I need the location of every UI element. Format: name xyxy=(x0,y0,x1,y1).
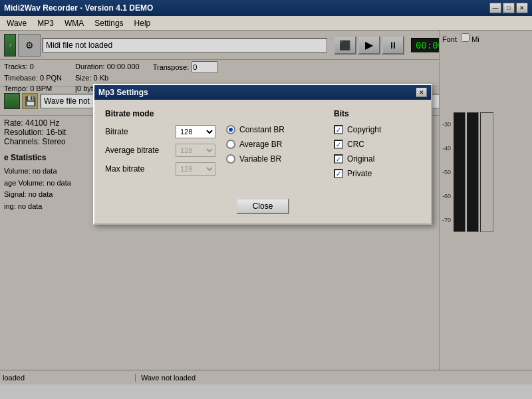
bitrate-label: Bitrate xyxy=(105,127,172,136)
menu-settings[interactable]: Settings xyxy=(89,17,128,29)
minimize-button[interactable]: — xyxy=(489,3,501,13)
radio-constant-input[interactable] xyxy=(226,125,235,134)
checkbox-crc: ✓ CRC xyxy=(334,140,420,149)
menu-wma[interactable]: WMA xyxy=(59,17,89,29)
checkbox-copyright-label: Copyright xyxy=(347,125,381,134)
dialog-right-section: Bits ✓ Copyright ✓ CRC ✓ Original ✓ xyxy=(334,109,420,184)
bitrate-rows: Bitrate 128 64 192 320 Average bitrate xyxy=(105,125,215,181)
max-bitrate-row: Max bitrate 128 xyxy=(105,162,215,176)
checkbox-copyright-box[interactable]: ✓ xyxy=(334,125,343,134)
bitrate-controls: Bitrate 128 64 192 320 Average bitrate xyxy=(105,125,321,181)
radio-group: Constant BR Average BR Variable BR xyxy=(226,125,285,181)
maximize-button[interactable]: □ xyxy=(503,3,515,13)
close-dialog-button[interactable]: Close xyxy=(236,198,289,214)
close-button[interactable]: ✕ xyxy=(516,3,528,13)
radio-average[interactable]: Average BR xyxy=(226,140,285,149)
checkbox-private-label: Private xyxy=(347,169,372,178)
checkbox-original-box[interactable]: ✓ xyxy=(334,154,343,164)
window-controls: — □ ✕ xyxy=(489,3,528,13)
dialog-close-icon-btn[interactable]: ✕ xyxy=(416,88,427,97)
radio-average-label: Average BR xyxy=(239,140,282,149)
title-bar: Midi2Wav Recorder - Version 4.1 DEMO — □… xyxy=(0,0,532,16)
dialog-title: Mp3 Settings xyxy=(98,88,148,97)
checkbox-copyright: ✓ Copyright xyxy=(334,125,420,134)
dialog-title-bar: Mp3 Settings ✕ xyxy=(94,85,431,100)
mp3-settings-dialog: Mp3 Settings ✕ Bitrate mode Bitrate 128 xyxy=(93,84,432,225)
checkbox-original-label: Original xyxy=(347,154,374,164)
bits-title: Bits xyxy=(334,109,420,118)
dialog-footer: Close xyxy=(94,193,431,223)
max-bitrate-select[interactable]: 128 xyxy=(176,162,215,176)
checkbox-original: ✓ Original xyxy=(334,154,420,164)
radio-constant[interactable]: Constant BR xyxy=(226,125,285,134)
modal-overlay: Mp3 Settings ✕ Bitrate mode Bitrate 128 xyxy=(0,31,532,384)
avg-bitrate-label: Average bitrate xyxy=(105,146,172,155)
dialog-left-section: Bitrate mode Bitrate 128 64 192 320 xyxy=(105,109,321,184)
app-title: Midi2Wav Recorder - Version 4.1 DEMO xyxy=(4,3,153,13)
dialog-content: Bitrate mode Bitrate 128 64 192 320 xyxy=(94,100,431,193)
radio-variable-input[interactable] xyxy=(226,154,235,164)
checkbox-crc-label: CRC xyxy=(347,140,364,149)
bitrate-row: Bitrate 128 64 192 320 xyxy=(105,125,215,138)
radio-constant-label: Constant BR xyxy=(239,125,285,134)
max-bitrate-label: Max bitrate xyxy=(105,164,172,174)
menu-wave[interactable]: Wave xyxy=(1,17,32,29)
main-area: ♪ ⚙ Midi file not loaded ⬛ ▶ ⏸ 00:00.000… xyxy=(0,31,532,384)
menu-help[interactable]: Help xyxy=(129,17,156,29)
menu-bar: Wave MP3 WMA Settings Help xyxy=(0,16,532,31)
checkbox-private: ✓ Private xyxy=(334,169,420,178)
avg-bitrate-row: Average bitrate 128 xyxy=(105,144,215,157)
checkbox-crc-box[interactable]: ✓ xyxy=(334,140,343,149)
avg-bitrate-select[interactable]: 128 xyxy=(176,144,215,157)
radio-variable-label: Variable BR xyxy=(239,154,281,164)
menu-mp3[interactable]: MP3 xyxy=(32,17,59,29)
radio-average-input[interactable] xyxy=(226,140,235,149)
bitrate-select[interactable]: 128 64 192 320 xyxy=(176,125,215,138)
checkbox-private-box[interactable]: ✓ xyxy=(334,169,343,178)
radio-variable[interactable]: Variable BR xyxy=(226,154,285,164)
bitrate-mode-title: Bitrate mode xyxy=(105,109,321,118)
